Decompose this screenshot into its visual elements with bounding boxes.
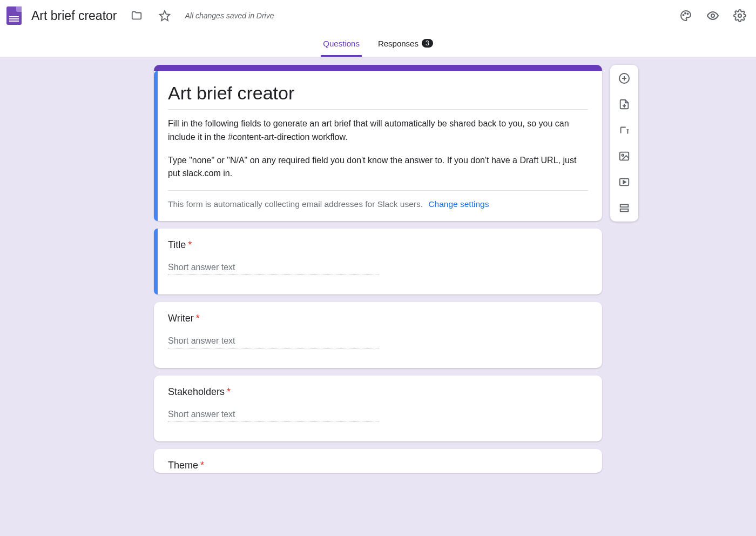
add-title-icon[interactable] xyxy=(616,122,632,138)
add-video-icon[interactable] xyxy=(616,174,632,190)
change-settings-link[interactable]: Change settings xyxy=(428,199,489,209)
side-toolbar xyxy=(610,65,638,222)
add-section-icon[interactable] xyxy=(616,200,632,216)
svg-marker-0 xyxy=(159,11,169,21)
svg-rect-13 xyxy=(620,205,629,207)
top-toolbar: Art brief creator All changes saved in D… xyxy=(0,0,756,31)
tab-questions[interactable]: Questions xyxy=(321,31,362,57)
tab-responses[interactable]: Responses 3 xyxy=(376,31,435,57)
short-answer-input[interactable]: Short answer text xyxy=(168,263,379,275)
short-answer-input[interactable]: Short answer text xyxy=(168,336,379,349)
email-collection-notice: This form is automatically collecting em… xyxy=(168,190,588,209)
customize-theme-icon[interactable] xyxy=(676,6,696,25)
tab-responses-label: Responses xyxy=(378,39,418,48)
form-canvas: Art brief creator Fill in the following … xyxy=(0,57,756,494)
tabs-row: Questions Responses 3 xyxy=(0,31,756,57)
svg-point-3 xyxy=(687,14,688,15)
question-card-stakeholders[interactable]: Stakeholders* Short answer text xyxy=(154,376,602,441)
svg-marker-12 xyxy=(623,180,626,184)
save-status-text: All changes saved in Drive xyxy=(185,11,274,20)
form-description[interactable]: Fill in the following fields to generate… xyxy=(168,117,588,180)
question-card-writer[interactable]: Writer* Short answer text xyxy=(154,302,602,368)
email-notice-text: This form is automatically collecting em… xyxy=(168,199,423,209)
add-image-icon[interactable] xyxy=(616,148,632,164)
question-label-text: Theme xyxy=(168,460,198,471)
form-description-p2: Type "none" or "N/A" on any required fie… xyxy=(168,154,588,181)
document-title[interactable]: Art brief creator xyxy=(31,9,117,23)
divider xyxy=(168,109,588,110)
svg-point-2 xyxy=(685,13,686,14)
form-header-card[interactable]: Art brief creator Fill in the following … xyxy=(154,65,602,221)
svg-point-1 xyxy=(683,15,684,16)
forms-logo-icon[interactable] xyxy=(6,6,22,25)
move-folder-icon[interactable] xyxy=(127,6,146,25)
question-card-title[interactable]: Title* Short answer text xyxy=(154,229,602,294)
short-answer-input[interactable]: Short answer text xyxy=(168,410,379,422)
question-card-theme[interactable]: Theme* xyxy=(154,449,602,473)
svg-point-10 xyxy=(622,154,624,156)
form-title[interactable]: Art brief creator xyxy=(168,83,588,104)
settings-icon[interactable] xyxy=(730,6,750,25)
question-label-text: Stakeholders xyxy=(168,386,225,397)
required-marker: * xyxy=(200,460,204,471)
question-label: Title* xyxy=(168,239,588,251)
svg-point-4 xyxy=(711,14,714,17)
star-icon[interactable] xyxy=(155,6,174,25)
svg-point-5 xyxy=(738,14,741,17)
svg-rect-14 xyxy=(620,209,629,212)
add-question-icon[interactable] xyxy=(616,70,632,86)
required-marker: * xyxy=(188,239,192,250)
question-label: Theme* xyxy=(168,460,588,471)
import-questions-icon[interactable] xyxy=(616,96,632,112)
required-marker: * xyxy=(196,313,200,324)
question-label-text: Title xyxy=(168,239,186,250)
question-label: Writer* xyxy=(168,313,588,324)
question-label: Stakeholders* xyxy=(168,386,588,398)
responses-count-badge: 3 xyxy=(422,39,433,48)
required-marker: * xyxy=(227,386,231,397)
form-description-p1: Fill in the following fields to generate… xyxy=(168,117,588,144)
question-label-text: Writer xyxy=(168,313,194,324)
preview-icon[interactable] xyxy=(703,6,723,25)
